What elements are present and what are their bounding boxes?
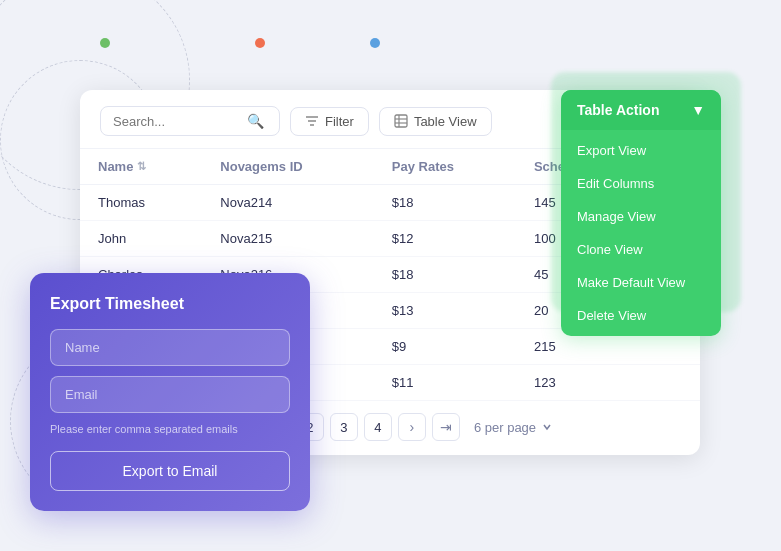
sort-icon: ⇅ [137,160,146,173]
dropdown-item[interactable]: Clone View [561,233,721,266]
table-action-dropdown: Table Action ▼ Export ViewEdit ColumnsMa… [561,90,721,336]
cell-pay: $18 [374,185,516,221]
search-box[interactable]: 🔍 [100,106,280,136]
dropdown-item[interactable]: Manage View [561,200,721,233]
page-last-button[interactable]: ⇥ [432,413,460,441]
col-header-pay: Pay Rates [374,149,516,185]
dot-blue [370,38,380,48]
cell-hrs: 123 [516,365,700,401]
dropdown-item[interactable]: Delete View [561,299,721,332]
filter-button[interactable]: Filter [290,107,369,136]
modal-hint: Please enter comma separated emails [50,423,290,435]
table-view-button[interactable]: Table View [379,107,492,136]
search-icon: 🔍 [247,113,264,129]
dropdown-items: Export ViewEdit ColumnsManage ViewClone … [561,130,721,336]
col-header-id: Novagems ID [202,149,373,185]
page-4-button[interactable]: 4 [364,413,392,441]
per-page-selector[interactable]: 6 per page [474,420,552,435]
page-3-button[interactable]: 3 [330,413,358,441]
search-input[interactable] [113,114,243,129]
dot-orange [255,38,265,48]
page-next-button[interactable]: › [398,413,426,441]
cell-name: John [80,221,202,257]
cell-pay: $18 [374,257,516,293]
dot-green [100,38,110,48]
cell-pay: $12 [374,221,516,257]
cell-id: Nova214 [202,185,373,221]
chevron-down-icon: ▼ [691,102,705,118]
filter-icon [305,114,319,128]
cell-name: Thomas [80,185,202,221]
svg-rect-3 [395,115,407,127]
export-email-input[interactable] [50,376,290,413]
table-icon [394,114,408,128]
cell-pay: $13 [374,293,516,329]
dropdown-item[interactable]: Edit Columns [561,167,721,200]
dropdown-item[interactable]: Export View [561,134,721,167]
col-header-name[interactable]: Name ⇅ [80,149,202,185]
table-action-header[interactable]: Table Action ▼ [561,90,721,130]
cell-pay: $11 [374,365,516,401]
dropdown-item[interactable]: Make Default View [561,266,721,299]
export-name-input[interactable] [50,329,290,366]
cell-pay: $9 [374,329,516,365]
export-email-button[interactable]: Export to Email [50,451,290,491]
export-modal-title: Export Timesheet [50,295,290,313]
export-modal: Export Timesheet Please enter comma sepa… [30,273,310,511]
per-page-chevron [542,422,552,432]
cell-id: Nova215 [202,221,373,257]
